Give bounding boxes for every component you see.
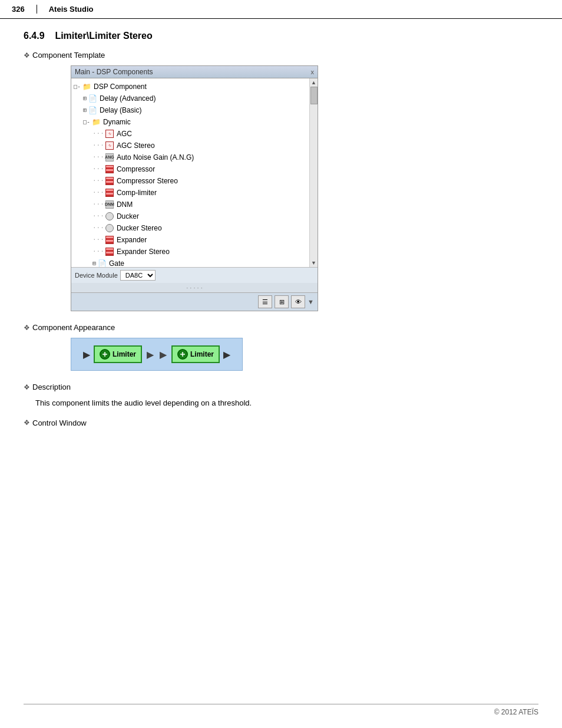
grid-view-button[interactable]: ⊞ bbox=[275, 295, 289, 308]
folder-icon: 📁 bbox=[91, 117, 101, 127]
tree-item[interactable]: ··· ∿ AGC Stereo bbox=[72, 140, 308, 151]
limiter-2-icon bbox=[177, 349, 188, 360]
tree-connector: ··· bbox=[92, 187, 104, 198]
limiter-block-2[interactable]: Limiter bbox=[171, 345, 220, 363]
tree-item[interactable]: ⊞ 📄 Gate bbox=[72, 258, 308, 267]
footer-divider bbox=[24, 704, 538, 704]
tree-item[interactable]: □- 📁 DSP Component bbox=[72, 81, 308, 93]
limiter-1-icon bbox=[100, 349, 110, 360]
folder-icon: 📄 bbox=[88, 106, 97, 115]
scroll-down-icon[interactable]: ▼ bbox=[311, 260, 316, 266]
dsp-window-titlebar: Main - DSP Components x bbox=[71, 66, 318, 78]
subsection-description: ❖ Description bbox=[24, 383, 538, 391]
scrollbar-thumb[interactable] bbox=[310, 87, 318, 104]
expander-icon bbox=[105, 235, 114, 245]
tree-item[interactable]: ··· Expander Stereo bbox=[72, 246, 308, 258]
component-appearance-container: ▶ Limiter ▶ ▶ Limite bbox=[71, 338, 243, 371]
expander-stereo-icon bbox=[105, 247, 114, 256]
agc-icon: ∿ bbox=[105, 129, 114, 139]
compressor-icon bbox=[105, 164, 114, 174]
tree-connector: ··· bbox=[92, 246, 104, 257]
device-module-bar: Device Module DA8C bbox=[71, 267, 318, 283]
arrow-in-icon: ▶ bbox=[83, 349, 90, 360]
page-number: 326 bbox=[12, 5, 37, 14]
bullet-icon: ❖ bbox=[24, 51, 30, 60]
tree-connector: ··· bbox=[92, 129, 104, 139]
copyright-text: © 2012 ATEÏS bbox=[494, 708, 538, 716]
folder-icon: 📁 bbox=[82, 82, 91, 91]
tree-connector: ··· bbox=[92, 211, 104, 222]
expand-icon[interactable]: ⊞ bbox=[92, 258, 96, 267]
expand-icon[interactable]: □- bbox=[74, 81, 81, 92]
dnm-icon: DNM bbox=[105, 200, 114, 209]
gate-icon: 📄 bbox=[97, 259, 107, 267]
expand-icon[interactable]: ⊞ bbox=[83, 93, 87, 104]
tree-item[interactable]: ··· ANG Auto Noise Gain (A.N.G) bbox=[72, 151, 308, 163]
page-footer: © 2012 ATEÏS bbox=[494, 708, 538, 716]
tree-connector: ··· bbox=[92, 199, 104, 210]
limiter-1-label: Limiter bbox=[113, 350, 136, 358]
section-number: 6.4.9 bbox=[24, 31, 45, 41]
toolbar-arrow-icon[interactable]: ▼ bbox=[308, 298, 314, 305]
app-name: Ateis Studio bbox=[49, 5, 94, 14]
section-heading: 6.4.9 Limiter\Limiter Stereo bbox=[24, 31, 538, 41]
dsp-toolbar: ☰ ⊞ 👁 ▼ bbox=[71, 292, 318, 311]
tree-item[interactable]: ··· Ducker Stereo bbox=[72, 222, 308, 234]
tree-connector: ··· bbox=[92, 223, 104, 233]
tree-item[interactable]: ··· Expander bbox=[72, 234, 308, 246]
dsp-window-body: □- 📁 DSP Component ⊞ 📄 Delay (Advanced) … bbox=[71, 78, 318, 267]
limiter-block-1[interactable]: Limiter bbox=[94, 345, 142, 363]
separator-dots: · · · · · bbox=[71, 283, 318, 292]
tree-connector: ··· bbox=[92, 140, 104, 151]
tree-connector: ··· bbox=[92, 235, 104, 245]
tree-item[interactable]: ··· DNM DNM bbox=[72, 199, 308, 210]
eye-view-button[interactable]: 👁 bbox=[291, 295, 305, 308]
bullet-icon: ❖ bbox=[24, 383, 30, 391]
arrow-separator-icon: ▶ bbox=[160, 349, 167, 360]
tree-item-compressor-stereo[interactable]: ··· Compressor Stereo bbox=[72, 175, 308, 187]
dsp-window-title: Main - DSP Components bbox=[75, 68, 153, 76]
device-module-label: Device Module bbox=[75, 272, 118, 279]
close-icon[interactable]: x bbox=[311, 68, 315, 75]
expand-icon[interactable]: ⊞ bbox=[83, 105, 87, 116]
tree-item[interactable]: ··· Compressor bbox=[72, 163, 308, 175]
subsection-component-appearance: ❖ Component Appearance bbox=[24, 323, 538, 332]
list-view-button[interactable]: ☰ bbox=[258, 295, 272, 308]
comp-limiter-icon bbox=[105, 188, 114, 197]
tree-item[interactable]: ⊞ 📄 Delay (Advanced) bbox=[72, 93, 308, 104]
scroll-up-icon[interactable]: ▲ bbox=[311, 80, 316, 85]
tree-connector: ··· bbox=[92, 164, 104, 174]
ducker-stereo-icon bbox=[105, 223, 114, 233]
ang-icon: ANG bbox=[105, 153, 114, 162]
dsp-window[interactable]: Main - DSP Components x □- 📁 DSP Compone… bbox=[71, 65, 318, 311]
section-title: Limiter\Limiter Stereo bbox=[55, 31, 152, 41]
tree-item[interactable]: ··· Comp-limiter bbox=[72, 187, 308, 199]
tree-connector: ··· bbox=[92, 152, 104, 163]
tree-item[interactable]: ⊞ 📄 Delay (Basic) bbox=[72, 104, 308, 116]
folder-icon: 📄 bbox=[88, 94, 97, 103]
scrollbar[interactable]: ▲ ▼ bbox=[309, 78, 318, 267]
bullet-icon: ❖ bbox=[24, 419, 30, 427]
limiter-2-label: Limiter bbox=[190, 350, 214, 358]
expand-icon[interactable]: □- bbox=[83, 117, 90, 127]
tree-item[interactable]: ··· ∿ AGC bbox=[72, 128, 308, 140]
tree-connector: ··· bbox=[92, 176, 104, 186]
dsp-tree[interactable]: □- 📁 DSP Component ⊞ 📄 Delay (Advanced) … bbox=[71, 78, 309, 267]
ducker-icon bbox=[105, 212, 114, 221]
agc-stereo-icon: ∿ bbox=[105, 141, 114, 150]
tree-item[interactable]: □- 📁 Dynamic bbox=[72, 116, 308, 128]
subsection-component-template: ❖ Component Template bbox=[24, 51, 538, 60]
arrow-connector-icon: ▶ bbox=[147, 349, 154, 360]
main-content: 6.4.9 Limiter\Limiter Stereo ❖ Component… bbox=[0, 31, 562, 427]
description-text: This component limits the audio level de… bbox=[24, 397, 538, 409]
subsection-control-window: ❖ Control Window bbox=[24, 419, 538, 427]
tree-item[interactable]: ··· Ducker bbox=[72, 210, 308, 222]
device-module-select[interactable]: DA8C bbox=[120, 270, 156, 281]
arrow-out-icon: ▶ bbox=[223, 349, 230, 360]
bullet-icon: ❖ bbox=[24, 324, 30, 332]
page-header: 326 Ateis Studio bbox=[0, 0, 562, 19]
compressor-stereo-icon bbox=[105, 176, 114, 186]
